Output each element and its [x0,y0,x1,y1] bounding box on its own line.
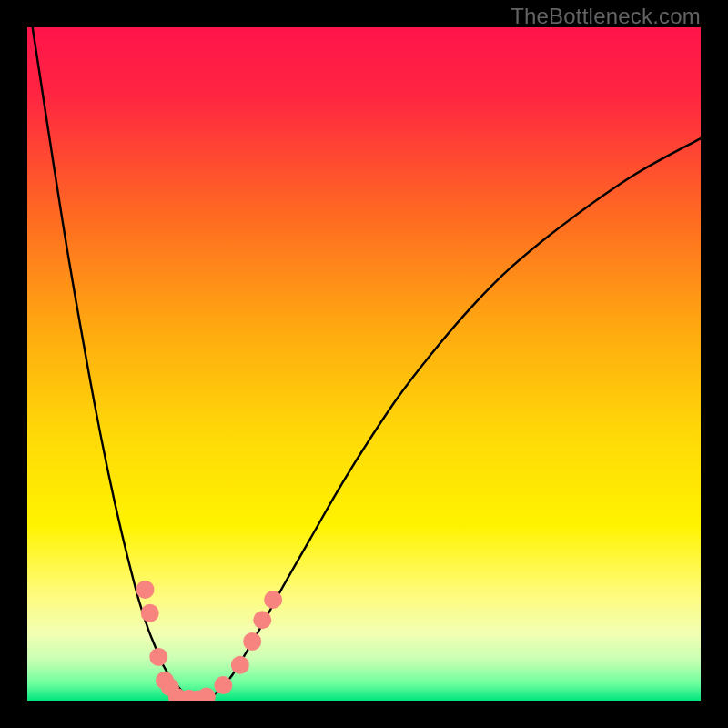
chart-frame: TheBottleneck.com [0,0,728,728]
curve-marker [197,688,216,701]
curve-marker [141,604,159,622]
curve-marker [136,581,155,599]
curve-marker [149,648,167,666]
bottleneck-curve [27,27,701,701]
curve-marker [214,676,232,694]
plot-area [27,27,701,701]
curve-marker [231,656,249,674]
curve-marker [253,611,271,629]
curve-marker [243,632,261,651]
watermark-text: TheBottleneck.com [511,4,701,29]
curve-marker [264,591,282,609]
